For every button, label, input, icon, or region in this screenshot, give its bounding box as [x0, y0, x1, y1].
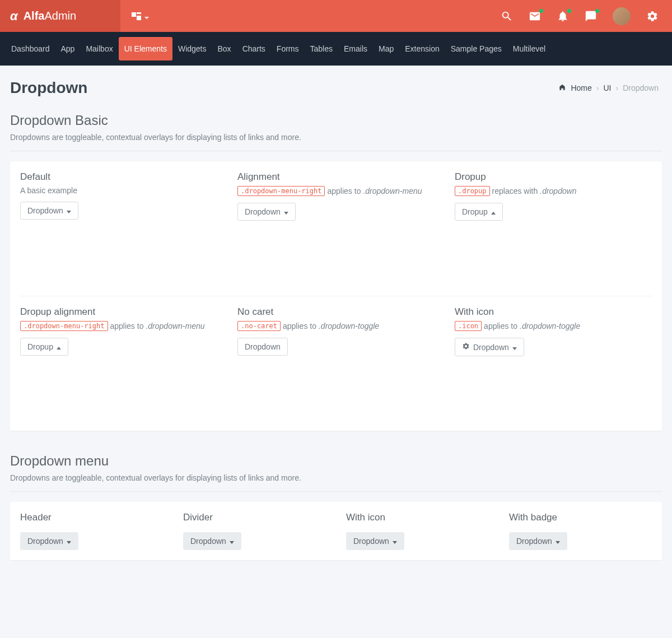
- caret-down-icon: [67, 206, 71, 215]
- section-desc: Dropdowns are toggleable, contextual ove…: [10, 473, 662, 482]
- nav-item-emails[interactable]: Emails: [338, 37, 373, 60]
- button-label: Dropup: [27, 342, 53, 351]
- section-title: Dropdown Basic: [10, 113, 662, 128]
- caret-up-icon: [57, 342, 61, 351]
- nav-item-ui-elements[interactable]: UI Elements: [119, 37, 172, 60]
- example-dropup: Dropup.dropup replaces with .dropdownDro…: [445, 161, 662, 296]
- dropdown-toggle-button[interactable]: Dropdown: [20, 532, 78, 550]
- apps-icon: [132, 12, 141, 20]
- avatar[interactable]: [613, 7, 631, 25]
- notifications-button[interactable]: [557, 10, 569, 22]
- breadcrumb-sep: ›: [596, 83, 599, 92]
- nav-item-tables[interactable]: Tables: [305, 37, 338, 60]
- button-label: Dropdown: [190, 537, 226, 546]
- dropdown-toggle-button[interactable]: Dropdown: [237, 338, 288, 356]
- page-header: Dropdown Home › UI › Dropdown: [0, 66, 672, 101]
- search-button[interactable]: [501, 10, 513, 22]
- section-menu: Dropdown menu Dropdowns are toggleable, …: [0, 431, 672, 492]
- breadcrumb: Home › UI › Dropdown: [558, 83, 659, 93]
- button-label: Dropdown: [245, 342, 281, 351]
- button-label: Dropdown: [353, 537, 389, 546]
- nav-item-dashboard[interactable]: Dashboard: [6, 37, 55, 60]
- example-default: DefaultA basic exampleDropdown: [10, 161, 227, 296]
- desc-text: replaces with: [492, 187, 538, 195]
- example-title: Dropup alignment: [20, 306, 217, 318]
- nav-item-map[interactable]: Map: [373, 37, 399, 60]
- button-label: Dropdown: [27, 537, 63, 546]
- main-nav: DashboardAppMailboxUI ElementsWidgetsBox…: [0, 32, 672, 66]
- nav-item-box[interactable]: Box: [212, 37, 237, 60]
- dropdown-toggle-button[interactable]: Dropdown: [509, 532, 567, 550]
- gear-icon: [462, 342, 470, 352]
- caret-down-icon: [230, 537, 234, 546]
- example-alignment: Alignment.dropdown-menu-right applies to…: [227, 161, 445, 296]
- caret-down-icon: [393, 537, 397, 546]
- nav-item-charts[interactable]: Charts: [237, 37, 271, 60]
- nav-item-app[interactable]: App: [55, 37, 81, 60]
- brand-logo-icon: α: [10, 9, 18, 24]
- notification-dot-icon: [567, 9, 571, 13]
- example-title: Alignment: [237, 171, 435, 183]
- desc-text: applies to: [110, 322, 144, 330]
- nav-item-forms[interactable]: Forms: [271, 37, 305, 60]
- dropdown-toggle-button[interactable]: Dropdown: [183, 532, 241, 550]
- button-label: Dropdown: [245, 207, 281, 216]
- desc-text: applies to: [283, 322, 316, 330]
- top-header: α AlfaAdmin: [0, 0, 672, 32]
- caret-down-icon: [556, 537, 560, 546]
- dropdown-toggle-button[interactable]: Dropdown: [346, 532, 404, 550]
- desc-target: .dropdown-toggle: [319, 322, 379, 330]
- caret-down-icon: [144, 12, 149, 21]
- menu-card: HeaderDropdownDividerDropdownWith iconDr…: [10, 502, 662, 560]
- home-icon: [558, 83, 566, 93]
- brand[interactable]: α AlfaAdmin: [0, 0, 120, 32]
- desc-target: .dropdown-menu: [146, 322, 204, 330]
- example-desc: .dropup replaces with .dropdown: [455, 186, 652, 196]
- nav-item-multilevel[interactable]: Multilevel: [507, 37, 551, 60]
- menu-example-divider: DividerDropdown: [173, 502, 336, 560]
- dropdown-toggle-button[interactable]: Dropdown: [455, 338, 524, 356]
- dropdown-toggle-button[interactable]: Dropdown: [237, 203, 296, 221]
- dropdown-toggle-button[interactable]: Dropdown: [20, 202, 78, 220]
- button-label: Dropdown: [27, 206, 63, 215]
- settings-button[interactable]: [646, 10, 659, 22]
- example-with-icon: With icon.icon applies to .dropdown-togg…: [445, 296, 662, 431]
- example-desc: .dropdown-menu-right applies to .dropdow…: [20, 321, 217, 331]
- caret-down-icon: [67, 537, 71, 546]
- dropdown-toggle-button[interactable]: Dropup: [20, 338, 68, 356]
- example-dropup-alignment: Dropup alignment.dropdown-menu-right app…: [10, 296, 227, 431]
- mail-button[interactable]: [529, 10, 541, 22]
- example-title: With icon: [455, 306, 652, 318]
- brand-name: AlfaAdmin: [24, 10, 77, 22]
- desc-target: .dropdown-toggle: [520, 322, 580, 330]
- apps-menu-button[interactable]: [132, 12, 149, 21]
- desc-target: .dropdown: [540, 187, 576, 195]
- example-title: Divider: [183, 512, 326, 523]
- search-icon: [501, 10, 513, 22]
- breadcrumb-ui[interactable]: UI: [604, 83, 612, 92]
- example-title: Header: [20, 512, 163, 523]
- chat-button[interactable]: [585, 10, 597, 22]
- example-desc: .dropdown-menu-right applies to .dropdow…: [237, 186, 435, 196]
- nav-item-extension[interactable]: Extension: [399, 37, 445, 60]
- notification-dot-icon: [539, 9, 543, 13]
- desc-text: applies to: [484, 322, 517, 330]
- header-left: [120, 12, 160, 21]
- code-badge: .dropup: [455, 186, 490, 196]
- breadcrumb-sep: ›: [616, 83, 619, 92]
- code-badge: .no-caret: [237, 321, 281, 331]
- breadcrumb-home[interactable]: Home: [571, 83, 591, 92]
- section-divider: [10, 491, 662, 492]
- basic-card: DefaultA basic exampleDropdownAlignment.…: [10, 161, 662, 431]
- caret-down-icon: [512, 343, 517, 352]
- nav-item-sample-pages[interactable]: Sample Pages: [445, 37, 507, 60]
- caret-up-icon: [491, 207, 496, 216]
- notification-dot-icon: [595, 9, 599, 13]
- code-badge: .dropdown-menu-right: [20, 321, 108, 331]
- menu-example-header: HeaderDropdown: [10, 502, 173, 560]
- section-basic: Dropdown Basic Dropdowns are toggleable,…: [0, 101, 672, 151]
- dropdown-toggle-button[interactable]: Dropup: [455, 203, 503, 221]
- example-title: With icon: [346, 512, 489, 523]
- nav-item-mailbox[interactable]: Mailbox: [80, 37, 118, 60]
- nav-item-widgets[interactable]: Widgets: [172, 37, 212, 60]
